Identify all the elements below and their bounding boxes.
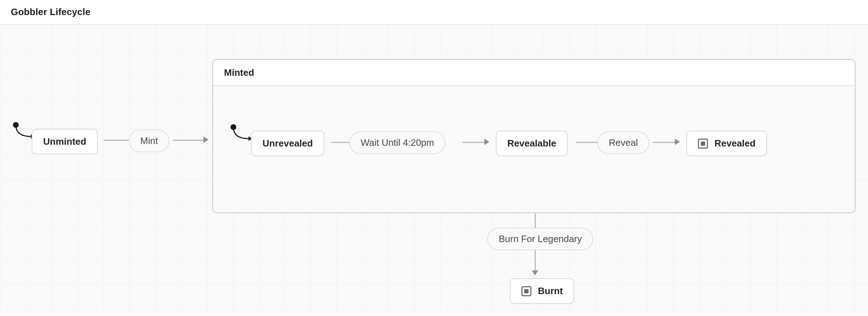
connector	[462, 142, 484, 143]
connector	[173, 140, 204, 141]
page-header: Gobbler Lifecycle	[0, 0, 868, 24]
event-mint[interactable]: Mint	[129, 130, 169, 152]
page-title: Gobbler Lifecycle	[11, 6, 857, 18]
initial-state-icon	[230, 124, 236, 130]
event-label: Mint	[140, 135, 158, 147]
connector	[653, 142, 675, 143]
compound-header: Minted	[213, 60, 855, 86]
arrowhead-icon	[675, 139, 680, 145]
event-label: Wait Until 4:20pm	[361, 137, 434, 148]
arrowhead-icon	[532, 270, 538, 275]
state-burnt[interactable]: Burnt	[510, 278, 574, 304]
state-revealed[interactable]: Revealed	[686, 131, 767, 156]
event-reveal[interactable]: Reveal	[597, 131, 649, 154]
event-wait[interactable]: Wait Until 4:20pm	[349, 131, 446, 154]
compound-title: Minted	[224, 67, 254, 78]
event-label: Reveal	[609, 137, 638, 148]
connector	[535, 213, 536, 228]
state-unminted[interactable]: Unminted	[32, 129, 98, 154]
arrowhead-icon	[204, 136, 209, 143]
final-state-icon	[521, 286, 531, 296]
event-burn[interactable]: Burn For Legendary	[487, 228, 593, 250]
state-unrevealed[interactable]: Unrevealed	[251, 131, 324, 156]
event-label: Burn For Legendary	[499, 233, 582, 245]
arrowhead-icon	[484, 139, 489, 145]
compound-state-minted[interactable]: Minted Unrevealed Wait Until 4:20pm	[212, 59, 856, 213]
diagram-canvas: Unminted Mint Minted	[0, 24, 868, 313]
connector	[535, 250, 536, 270]
state-label: Burnt	[538, 285, 563, 297]
initial-state-icon	[13, 122, 19, 128]
state-label: Revealed	[714, 138, 755, 149]
connector	[104, 140, 129, 141]
final-state-icon	[698, 139, 708, 149]
state-label: Unminted	[43, 136, 86, 147]
compound-body: Unrevealed Wait Until 4:20pm Revealable	[213, 86, 855, 213]
connector	[331, 142, 349, 143]
state-label: Revealable	[507, 138, 556, 149]
state-revealable[interactable]: Revealable	[496, 131, 568, 156]
connector	[576, 142, 597, 143]
state-label: Unrevealed	[262, 138, 313, 149]
